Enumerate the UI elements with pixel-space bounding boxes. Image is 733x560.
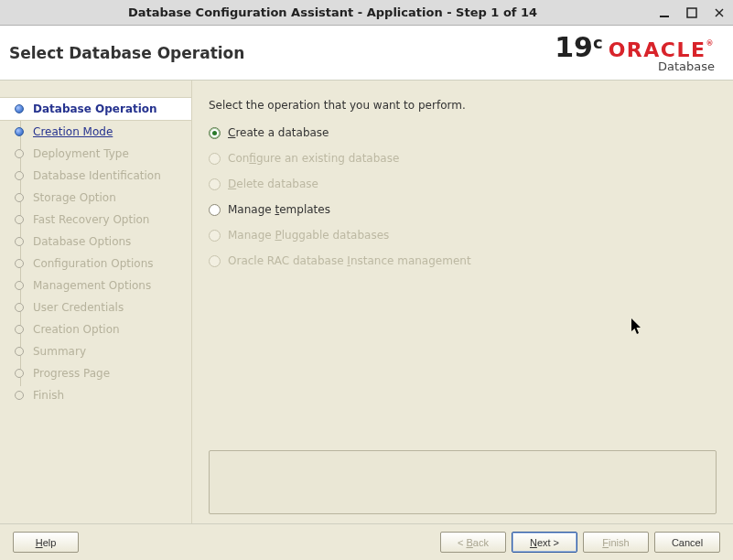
wizard-step-2: Deployment Type xyxy=(0,143,191,165)
radio-label: Manage templates xyxy=(228,203,330,216)
radio-label: Configure an existing database xyxy=(228,152,399,165)
operation-radio-4: Manage Pluggable databases xyxy=(209,229,717,242)
footer: Help < Back Next > Finish Cancel xyxy=(0,523,733,560)
wizard-step-12: Progress Page xyxy=(0,362,191,384)
step-label: Fast Recovery Option xyxy=(33,213,149,226)
operation-radio-2: Delete database xyxy=(209,178,717,190)
step-dot-icon xyxy=(15,347,24,356)
operation-radio-3[interactable]: Manage templates xyxy=(209,203,717,216)
step-dot-icon xyxy=(15,369,24,378)
back-button: < Back xyxy=(440,532,506,553)
svg-rect-1 xyxy=(687,8,696,17)
message-area xyxy=(209,450,717,514)
wizard-step-6: Database Options xyxy=(0,231,191,253)
step-dot-icon xyxy=(15,391,24,400)
finish-button: Finish xyxy=(583,532,649,553)
step-dot-icon xyxy=(15,127,24,136)
step-label: Finish xyxy=(33,389,64,402)
step-dot-icon xyxy=(15,303,24,312)
wizard-step-8: Management Options xyxy=(0,275,191,296)
minimize-icon[interactable] xyxy=(658,6,671,19)
wizard-step-9: User Credentials xyxy=(0,296,191,318)
step-label: Database Identification xyxy=(33,169,161,182)
next-button[interactable]: Next > xyxy=(512,532,577,553)
radio-icon xyxy=(209,255,221,267)
instruction-text: Select the operation that you want to pe… xyxy=(209,99,717,112)
wizard-step-13: Finish xyxy=(0,384,191,406)
wizard-step-10: Creation Option xyxy=(0,318,191,340)
step-label: User Credentials xyxy=(33,301,124,314)
step-dot-icon xyxy=(15,149,24,158)
step-dot-icon xyxy=(15,104,24,113)
step-dot-icon xyxy=(15,237,24,246)
step-label: Management Options xyxy=(33,279,151,292)
step-label: Creation Mode xyxy=(33,125,113,138)
help-button[interactable]: Help xyxy=(13,532,79,553)
cancel-button[interactable]: Cancel xyxy=(654,532,720,553)
radio-icon xyxy=(209,178,221,190)
step-dot-icon xyxy=(15,193,24,202)
wizard-step-11: Summary xyxy=(0,340,191,362)
wizard-step-0: Database Operation xyxy=(0,97,191,121)
content-pane: Select the operation that you want to pe… xyxy=(192,81,733,523)
version-text: 19c xyxy=(555,33,602,61)
svg-rect-0 xyxy=(660,16,669,17)
step-dot-icon xyxy=(15,171,24,180)
radio-label: Delete database xyxy=(228,178,318,190)
titlebar: Database Configuration Assistant - Appli… xyxy=(0,0,733,26)
radio-icon xyxy=(209,153,221,165)
step-label: Creation Option xyxy=(33,323,120,336)
operation-radio-5: Oracle RAC database Instance management xyxy=(209,254,717,267)
radio-icon xyxy=(209,204,221,216)
window-controls xyxy=(658,6,726,19)
wizard-step-5: Fast Recovery Option xyxy=(0,209,191,231)
wizard-step-1[interactable]: Creation Mode xyxy=(0,121,191,143)
radio-label: Manage Pluggable databases xyxy=(228,229,389,242)
step-label: Summary xyxy=(33,345,86,358)
maximize-icon[interactable] xyxy=(685,6,698,19)
cursor-icon xyxy=(631,318,644,340)
step-dot-icon xyxy=(15,325,24,334)
step-label: Storage Option xyxy=(33,191,116,204)
wizard-sidebar: Database OperationCreation ModeDeploymen… xyxy=(0,81,192,523)
operation-radio-1: Configure an existing database xyxy=(209,152,717,165)
step-label: Database Operation xyxy=(33,102,157,115)
radio-label: Create a database xyxy=(228,126,329,139)
oracle-logo-text: ORACLE® xyxy=(609,40,715,60)
step-dot-icon xyxy=(15,281,24,290)
radio-label: Oracle RAC database Instance management xyxy=(228,254,471,267)
window-title: Database Configuration Assistant - Appli… xyxy=(7,5,658,19)
step-label: Progress Page xyxy=(33,367,110,380)
wizard-step-7: Configuration Options xyxy=(0,253,191,275)
radio-icon xyxy=(209,230,221,242)
step-label: Configuration Options xyxy=(33,257,154,270)
step-label: Deployment Type xyxy=(33,147,129,160)
oracle-sub-text: Database xyxy=(658,60,715,72)
operation-radio-0[interactable]: Create a database xyxy=(209,126,717,139)
wizard-step-4: Storage Option xyxy=(0,187,191,209)
page-title: Select Database Operation xyxy=(9,44,244,62)
step-label: Database Options xyxy=(33,235,131,248)
brand-block: 19c ORACLE® Database xyxy=(555,33,715,72)
operation-options: Create a databaseConfigure an existing d… xyxy=(209,126,717,267)
step-dot-icon xyxy=(15,259,24,268)
header: Select Database Operation 19c ORACLE® Da… xyxy=(0,26,733,81)
radio-icon xyxy=(209,127,221,139)
wizard-step-3: Database Identification xyxy=(0,165,191,187)
close-icon[interactable] xyxy=(713,6,726,19)
step-dot-icon xyxy=(15,215,24,224)
